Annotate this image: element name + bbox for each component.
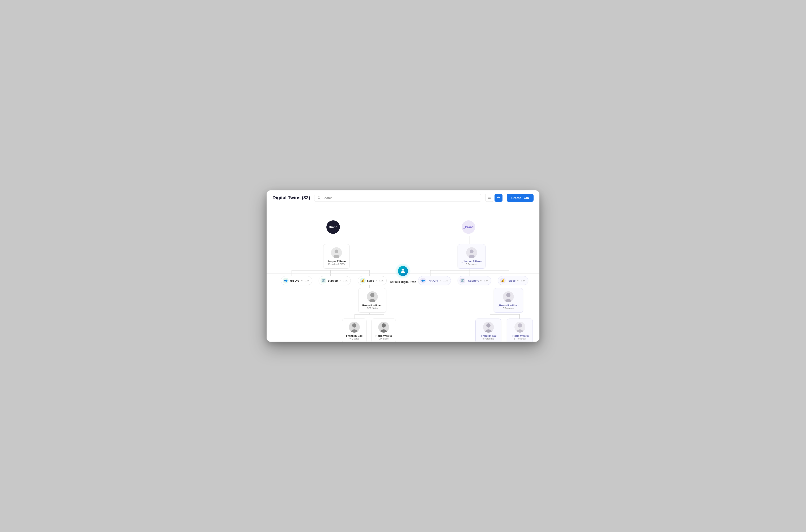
left-vp1-title: VP, Sales — [349, 337, 359, 340]
svg-point-21 — [376, 280, 376, 281]
search-input[interactable] — [323, 196, 478, 200]
right-sales-person[interactable]: _Russell William 7 Personas — [494, 288, 523, 313]
svg-point-45 — [486, 323, 491, 327]
right-vp2-card[interactable]: _Rorie Weeks 3 Personas — [507, 319, 533, 342]
page-title: Digital Twins (32) — [272, 195, 310, 201]
left-sales-org[interactable]: 💰 Sales 1.2k — [358, 276, 387, 285]
right-root-person-card[interactable]: _Jasper Ellison 5 Personas — [458, 244, 486, 269]
svg-point-33 — [470, 249, 474, 253]
search-bar[interactable] — [314, 194, 481, 202]
svg-point-48 — [518, 323, 522, 327]
right-brand-node: _Brand — [462, 221, 475, 234]
search-icon — [317, 196, 321, 200]
left-root-title: Founder & CEO — [328, 263, 345, 265]
svg-line-1 — [320, 198, 320, 199]
right-support-org[interactable]: 🔄 _Support 1.2k — [458, 276, 491, 285]
hierarchy-icon — [497, 196, 500, 200]
left-vp2-title: VP, Sales — [379, 337, 388, 340]
left-support-org[interactable]: 🔄 Support 1.2k — [318, 276, 351, 285]
left-brand-node: Brand — [326, 221, 340, 234]
left-sales-title: SVP, Sales — [367, 307, 378, 309]
right-hr-chip[interactable]: 👥 _HR Org 1.2k — [418, 276, 451, 285]
header: Digital Twins (32) — [267, 190, 539, 205]
right-sales-chip[interactable]: 💰 _Sales 1.2k — [498, 276, 528, 285]
right-vp1[interactable]: _Franklin Ball 8 Personas — [475, 319, 501, 342]
hr-org-icon: 👥 — [283, 278, 289, 284]
svg-point-18 — [302, 280, 303, 281]
right-vp1-card[interactable]: _Franklin Ball 8 Personas — [475, 319, 501, 342]
left-vp2-name: Rorie Weeks — [375, 334, 392, 337]
left-sales-person[interactable]: Russell William SVP, Sales — [358, 288, 386, 313]
left-vp2-card[interactable]: Rorie Weeks VP, Sales — [371, 319, 396, 342]
center-node: Sprinklr Digital Twin — [390, 264, 416, 284]
right-hr-count: 1.2k — [443, 279, 448, 282]
sales-icon: 💰 — [360, 278, 366, 284]
create-twin-button[interactable]: Create Twin — [507, 194, 534, 202]
left-root-person-card[interactable]: Jasper Ellison Founder & CEO — [323, 244, 350, 269]
left-root-person[interactable]: Jasper Ellison Founder & CEO — [323, 244, 350, 269]
right-support-count: 1.2k — [483, 279, 488, 282]
left-sales-chip[interactable]: 💰 Sales 1.2k — [358, 276, 387, 285]
svg-point-38 — [481, 280, 481, 281]
people-icon3 — [375, 280, 378, 282]
left-brand-circle: Brand — [326, 221, 340, 234]
support-label: Support — [328, 279, 338, 282]
svg-point-20 — [341, 280, 341, 281]
hr-org-count: 1.2k — [305, 279, 309, 282]
left-vp1[interactable]: Franklin Ball VP, Sales — [342, 319, 366, 342]
right-support-chip[interactable]: 🔄 _Support 1.2k — [458, 276, 491, 285]
sprinklr-icon — [398, 266, 408, 276]
right-vp2-avatar — [514, 322, 525, 332]
right-sales-org[interactable]: 💰 _Sales 1.2k — [498, 276, 528, 285]
right-sales-person-card[interactable]: _Russell William 7 Personas — [494, 288, 523, 313]
sales-count: 1.2k — [379, 279, 384, 282]
center-label: Sprinklr Digital Twin — [390, 280, 416, 284]
left-sales-person-card[interactable]: Russell William SVP, Sales — [358, 288, 386, 313]
svg-point-36 — [441, 280, 441, 281]
right-hr-icon: 👥 — [420, 278, 426, 284]
left-support-chip[interactable]: 🔄 Support 1.2k — [318, 276, 351, 285]
right-sales-label: _Sales — [507, 279, 515, 282]
right-support-icon: 🔄 — [459, 278, 465, 284]
right-vp2[interactable]: _Rorie Weeks 3 Personas — [507, 319, 533, 342]
right-root-personas: 5 Personas — [466, 263, 477, 265]
right-sales-name: _Russell William — [498, 304, 519, 307]
right-root-name: _Jasper Ellison — [461, 260, 481, 263]
left-root-avatar — [331, 247, 342, 258]
right-root-avatar — [466, 247, 477, 258]
svg-point-37 — [480, 280, 481, 281]
left-root-name: Jasper Ellison — [327, 260, 346, 263]
left-hr-org[interactable]: 👥 HR Org 1.2k — [281, 276, 312, 285]
left-vp2[interactable]: Rorie Weeks VP, Sales — [371, 319, 396, 342]
right-support-label: _Support — [466, 279, 479, 282]
right-root-person[interactable]: _Jasper Ellison 5 Personas — [458, 244, 486, 269]
svg-point-40 — [518, 280, 518, 281]
left-vp1-card[interactable]: Franklin Ball VP, Sales — [342, 319, 366, 342]
list-view-button[interactable] — [485, 194, 493, 202]
svg-point-30 — [382, 323, 386, 327]
app-window: Digital Twins (32) — [267, 190, 539, 342]
support-icon: 🔄 — [320, 278, 326, 284]
tree-view-button[interactable] — [495, 194, 502, 202]
svg-point-39 — [517, 280, 518, 281]
right-sales-icon: 💰 — [500, 278, 506, 284]
right-sales-count: 1.2k — [520, 279, 525, 282]
right-people-icon1 — [440, 280, 442, 282]
left-hr-chip[interactable]: 👥 HR Org 1.2k — [281, 276, 312, 285]
svg-point-42 — [506, 293, 511, 297]
right-people-icon2 — [480, 280, 482, 282]
left-sales-avatar — [367, 291, 378, 302]
svg-point-15 — [334, 249, 338, 253]
right-brand-circle: _Brand — [462, 221, 475, 234]
svg-point-13 — [403, 269, 404, 271]
right-vp1-personas: 8 Personas — [482, 337, 494, 340]
svg-point-24 — [370, 293, 374, 297]
right-hr-org[interactable]: 👥 _HR Org 1.2k — [418, 276, 451, 285]
left-vp2-avatar — [378, 322, 389, 332]
hr-org-label: HR Org — [290, 279, 299, 282]
list-icon — [488, 196, 491, 200]
people-icon2 — [340, 280, 342, 282]
right-vp2-personas: 3 Personas — [514, 337, 526, 340]
sales-label: Sales — [367, 279, 374, 282]
right-hr-label: _HR Org — [427, 279, 438, 282]
